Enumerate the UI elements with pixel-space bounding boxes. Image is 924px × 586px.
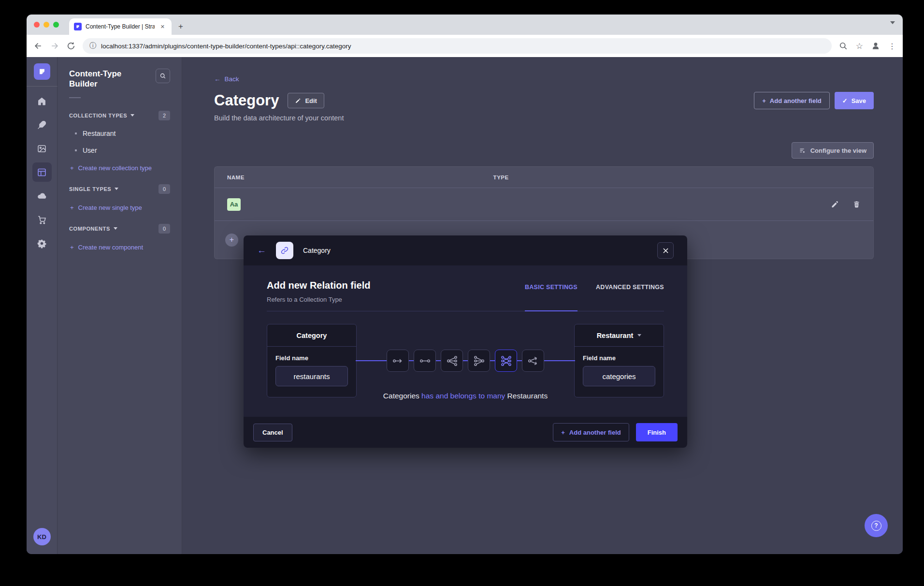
modal-breadcrumb: Category — [303, 247, 331, 254]
back-label: Back — [225, 75, 239, 83]
profile-icon[interactable] — [871, 41, 881, 51]
relation-connector: Categories has and belongs to many Resta… — [357, 324, 574, 397]
modal-back-icon[interactable]: ← — [257, 245, 266, 256]
finish-button[interactable]: Finish — [636, 423, 678, 441]
modal-footer: Cancel + Add another field Finish — [244, 417, 687, 448]
link-label: Create new single type — [78, 204, 142, 211]
text-type-badge: Aa — [227, 198, 241, 211]
chevron-down-icon — [114, 227, 117, 230]
user-avatar[interactable]: KD — [33, 528, 51, 545]
traffic-lights — [34, 22, 59, 28]
back-link[interactable]: ←Back — [214, 75, 239, 83]
modal-body: Add new Relation field Refers to a Colle… — [244, 265, 687, 417]
close-window-button[interactable] — [34, 22, 40, 28]
sidebar-item-restaurant[interactable]: Restaurant — [75, 130, 170, 137]
create-single-type-link[interactable]: + Create new single type — [70, 204, 170, 211]
delete-trash-icon[interactable] — [852, 200, 861, 208]
tab-search-chevron-icon[interactable] — [890, 21, 895, 24]
content-manager-icon[interactable] — [32, 115, 52, 134]
section-count-badge: 2 — [159, 111, 170, 120]
media-library-icon[interactable] — [32, 139, 52, 158]
zoom-icon[interactable] — [838, 41, 848, 51]
relation-manyway-button[interactable] — [522, 350, 544, 372]
chrome-actions: ☆ ⋮ — [838, 41, 896, 51]
section-components[interactable]: COMPONENTS 0 — [69, 224, 170, 234]
button-label: Add another field — [569, 429, 621, 436]
zoom-window-button[interactable] — [53, 22, 59, 28]
sentence-subject: Categories — [383, 392, 419, 400]
menu-dots-icon[interactable]: ⋮ — [888, 42, 896, 51]
table-row[interactable]: Aa — [215, 188, 873, 221]
column-name: NAME — [227, 175, 493, 180]
table-header: NAME TYPE — [215, 167, 873, 188]
sentence-relation: has and belongs to many — [421, 392, 505, 400]
configure-view-button[interactable]: Configure the view — [792, 142, 874, 159]
field-name-label: Field name — [583, 354, 655, 362]
target-card: Restaurant Field name — [574, 324, 664, 397]
modal-header: ← Category — [244, 235, 687, 265]
source-card: Category Field name — [267, 324, 357, 397]
url-field[interactable]: ⓘ localhost:1337/admin/plugins/content-t… — [83, 38, 832, 54]
new-tab-button[interactable]: + — [178, 22, 183, 31]
section-collection-types[interactable]: COLLECTION TYPES 2 — [69, 111, 170, 120]
add-another-field-button[interactable]: + Add another field — [754, 92, 829, 109]
tab-basic-settings[interactable]: BASIC SETTINGS — [525, 284, 578, 311]
forward-icon[interactable] — [50, 41, 59, 51]
strapi-favicon-icon — [74, 23, 82, 30]
bookmark-star-icon[interactable]: ☆ — [856, 41, 863, 51]
sidebar-item-label: User — [83, 146, 97, 154]
back-icon[interactable] — [33, 41, 43, 51]
screen: Content-Type Builder | Strapi ✕ + ⓘ loca… — [0, 0, 924, 586]
sidebar-item-label: Restaurant — [83, 130, 116, 137]
page-subtitle: Build the data architecture of your cont… — [214, 114, 874, 122]
sidebar-item-user[interactable]: User — [75, 146, 170, 154]
modal-close-button[interactable] — [657, 242, 674, 259]
reload-icon[interactable] — [66, 41, 76, 51]
save-button[interactable]: ✓ Save — [835, 92, 874, 109]
tab-advanced-settings[interactable]: ADVANCED SETTINGS — [596, 284, 664, 311]
relation-sentence: Categories has and belongs to many Resta… — [383, 392, 548, 400]
relation-diagram: Category Field name — [267, 324, 664, 397]
tab-title: Content-Type Builder | Strapi — [86, 23, 155, 30]
modal-tabs: BASIC SETTINGS ADVANCED SETTINGS — [525, 280, 664, 311]
edit-label: Edit — [305, 97, 317, 104]
relation-onetoone-button[interactable] — [414, 350, 436, 372]
button-label: Save — [852, 97, 866, 104]
strapi-logo[interactable] — [34, 63, 50, 80]
browser-tabbar: Content-Type Builder | Strapi ✕ + — [27, 15, 903, 35]
link-label: Create new collection type — [78, 164, 152, 172]
relation-manytomany-button[interactable] — [495, 350, 517, 372]
create-collection-type-link[interactable]: + Create new collection type — [70, 164, 170, 172]
help-button[interactable]: ? — [865, 514, 888, 537]
cloud-icon[interactable] — [32, 186, 52, 205]
target-field-name-input[interactable] — [583, 366, 655, 386]
section-single-types[interactable]: SINGLE TYPES 0 — [69, 184, 170, 194]
relation-manytoone-button[interactable] — [468, 350, 490, 372]
source-field-name-input[interactable] — [275, 366, 348, 386]
cancel-button[interactable]: Cancel — [253, 424, 292, 441]
relation-onetomany-button[interactable] — [441, 350, 463, 372]
browser-tab[interactable]: Content-Type Builder | Strapi ✕ — [69, 18, 172, 35]
button-label: Configure the view — [810, 147, 866, 154]
page-title: Category — [214, 92, 279, 109]
source-card-header: Category — [267, 324, 356, 347]
edit-pencil-icon[interactable] — [831, 200, 839, 208]
home-icon[interactable] — [32, 91, 52, 111]
target-collection-dropdown[interactable]: Restaurant — [575, 324, 664, 347]
check-icon: ✓ — [842, 97, 848, 104]
relation-oneway-button[interactable] — [387, 350, 409, 372]
minimize-window-button[interactable] — [43, 22, 49, 28]
edit-button[interactable]: Edit — [288, 93, 324, 108]
ctb-sidebar: Content-Type Builder COLLECTION TYPES 2 … — [58, 57, 182, 554]
chevron-down-icon — [637, 334, 641, 337]
modal-add-another-field-button[interactable]: + Add another field — [553, 423, 629, 441]
search-button[interactable] — [156, 69, 170, 83]
section-label: SINGLE TYPES — [69, 186, 111, 192]
content-type-builder-icon[interactable] — [32, 162, 52, 182]
marketplace-cart-icon[interactable] — [32, 210, 52, 229]
tab-close-icon[interactable]: ✕ — [159, 23, 167, 31]
relation-link-icon — [276, 242, 293, 259]
site-info-icon[interactable]: ⓘ — [89, 42, 96, 50]
settings-gear-icon[interactable] — [32, 234, 52, 253]
create-component-link[interactable]: + Create new component — [70, 244, 170, 251]
